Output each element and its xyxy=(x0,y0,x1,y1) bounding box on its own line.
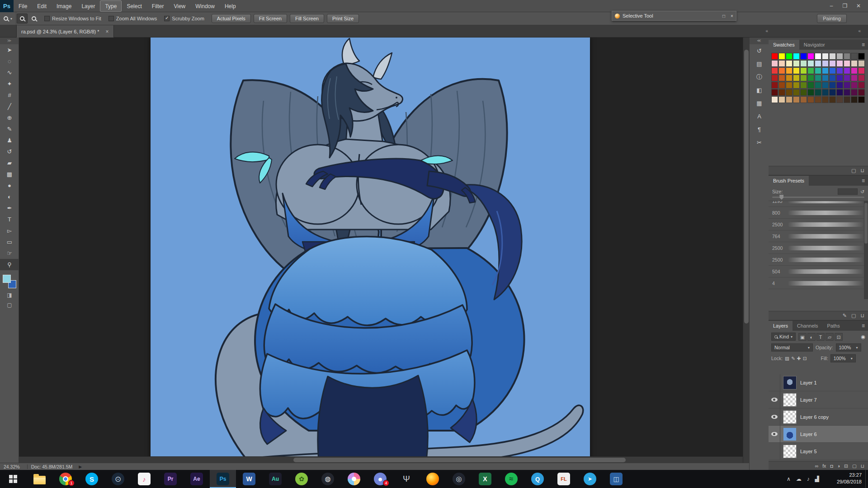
tab-layers[interactable]: Layers xyxy=(769,321,793,331)
color-swatch[interactable] xyxy=(807,75,814,81)
color-swatch[interactable] xyxy=(786,53,793,60)
color-swatch[interactable] xyxy=(778,89,785,96)
color-swatch[interactable] xyxy=(858,53,865,60)
new-swatch-icon[interactable]: ▢ xyxy=(851,168,856,174)
layer-group-icon[interactable]: ⊟ xyxy=(844,463,848,469)
color-swatch[interactable] xyxy=(793,53,800,60)
color-swatch[interactable] xyxy=(786,96,793,103)
crop-tool-icon[interactable]: # xyxy=(0,89,19,101)
filter-smart-objects-icon[interactable]: ⊡ xyxy=(835,333,843,341)
color-swatch[interactable] xyxy=(771,53,778,60)
workspace-switcher[interactable]: Painting xyxy=(817,14,847,23)
brush-list-scrollbar[interactable] xyxy=(864,201,868,299)
brush-stroke-icon[interactable]: ✎ xyxy=(843,313,847,319)
menu-file[interactable]: File xyxy=(14,0,32,12)
color-swatch[interactable] xyxy=(851,53,858,60)
color-swatch[interactable] xyxy=(800,96,807,103)
color-swatch[interactable] xyxy=(807,89,814,96)
color-swatch[interactable] xyxy=(800,67,807,74)
color-swatch[interactable] xyxy=(793,96,800,103)
lock-transparent-pixels-icon[interactable]: ▨ xyxy=(785,356,789,361)
visibility-toggle[interactable] xyxy=(769,426,780,443)
color-swatch[interactable] xyxy=(815,60,821,67)
color-swatch[interactable] xyxy=(815,96,821,103)
color-swatch[interactable] xyxy=(829,67,836,74)
tab-swatches[interactable]: Swatches xyxy=(769,40,799,50)
new-layer-icon[interactable]: ▢ xyxy=(852,463,857,469)
properties-icon[interactable]: ▤ xyxy=(750,57,769,70)
timeline-icon[interactable]: ✂ xyxy=(750,136,769,149)
clone-stamp-tool-icon[interactable]: ♟ xyxy=(0,135,19,146)
brush-size-input[interactable] xyxy=(838,188,858,195)
layer-thumbnail[interactable] xyxy=(783,376,797,389)
color-swatch[interactable] xyxy=(793,67,800,74)
delete-swatch-icon[interactable]: ⊔ xyxy=(860,168,864,174)
tab-channels[interactable]: Channels xyxy=(793,321,822,331)
slider-thumb[interactable] xyxy=(779,195,783,200)
color-swatch[interactable] xyxy=(815,89,821,96)
layer-row[interactable]: Layer 5 xyxy=(769,443,868,460)
character-icon[interactable]: A xyxy=(750,110,769,123)
color-swatch[interactable] xyxy=(836,96,843,103)
color-swatch[interactable] xyxy=(836,53,843,60)
color-swatch[interactable] xyxy=(829,82,836,89)
color-swatch[interactable] xyxy=(829,96,836,103)
zoom-tool-icon[interactable]: ⚲ xyxy=(0,259,19,270)
brush-preset[interactable]: 1193 xyxy=(769,201,868,207)
filter-kind-dropdown[interactable]: Kind ▾ xyxy=(771,333,796,341)
brush-preset[interactable]: 764 xyxy=(769,230,868,242)
lock-all-icon[interactable]: ⊡ xyxy=(803,356,807,361)
history-icon[interactable]: ↺ xyxy=(750,44,769,57)
type-tool-icon[interactable]: T xyxy=(0,214,19,225)
styles-icon[interactable]: ▦ xyxy=(750,97,769,110)
start-button[interactable] xyxy=(0,470,26,488)
filter-shape-layers-icon[interactable]: ▱ xyxy=(826,333,834,341)
checkbox[interactable] xyxy=(44,16,50,21)
chrome[interactable]: 1 xyxy=(52,470,79,488)
photoshop[interactable]: Ps xyxy=(210,470,236,488)
new-brush-icon[interactable]: ▢ xyxy=(851,313,856,319)
color-swatch[interactable] xyxy=(851,82,858,89)
color-swatch[interactable] xyxy=(851,75,858,81)
color-swatch[interactable] xyxy=(793,82,800,89)
color-swatch[interactable] xyxy=(844,96,850,103)
excel[interactable]: X xyxy=(472,470,498,488)
color-swatch[interactable] xyxy=(844,82,850,89)
horizontal-scrollbar[interactable] xyxy=(19,456,743,463)
color-swatch[interactable] xyxy=(778,82,785,89)
move-tool-icon[interactable]: ➤ xyxy=(0,44,19,56)
filter-adjustment-layers-icon[interactable]: ◐ xyxy=(807,333,816,341)
color-swatch[interactable] xyxy=(793,75,800,81)
color-swatch[interactable] xyxy=(851,96,858,103)
after-effects[interactable]: Ae xyxy=(184,470,210,488)
hidden-icons-chevron[interactable]: ∧ xyxy=(787,476,791,482)
brush-tool-icon[interactable]: ✎ xyxy=(0,123,19,135)
color-swatch[interactable] xyxy=(771,82,778,89)
menu-view[interactable]: View xyxy=(169,0,190,12)
color-swatch[interactable] xyxy=(844,89,850,96)
color-swatch[interactable] xyxy=(807,67,814,74)
color-swatch[interactable] xyxy=(822,82,829,89)
color-swatch[interactable] xyxy=(786,60,793,67)
network-icon[interactable]: ▟ xyxy=(815,476,819,482)
delete-layer-icon[interactable]: ⊔ xyxy=(861,463,864,469)
word[interactable]: W xyxy=(236,470,262,488)
color-swatch[interactable] xyxy=(800,89,807,96)
menu-filter[interactable]: Filter xyxy=(147,0,169,12)
close-icon[interactable]: ✕ xyxy=(852,1,865,11)
pen-tool-icon[interactable]: ✒ xyxy=(0,202,19,214)
selective-tool-window[interactable]: Selective Tool □ × xyxy=(612,11,736,21)
print-size-button[interactable]: Print Size xyxy=(327,14,359,23)
color-swatch[interactable] xyxy=(829,75,836,81)
lasso-tool-icon[interactable]: ∿ xyxy=(0,67,19,78)
hand-tool-icon[interactable]: ☞ xyxy=(0,248,19,259)
color-swatch[interactable] xyxy=(851,89,858,96)
brush-preset[interactable]: 2500 xyxy=(769,242,868,254)
color-swatch[interactable] xyxy=(822,53,829,60)
canvas-artwork[interactable] xyxy=(151,38,590,461)
color-swatch[interactable] xyxy=(793,89,800,96)
skype[interactable]: S xyxy=(79,470,105,488)
volume-icon[interactable]: ♪ xyxy=(807,476,810,482)
visibility-toggle[interactable] xyxy=(769,391,780,408)
color-swatch[interactable] xyxy=(858,67,865,74)
